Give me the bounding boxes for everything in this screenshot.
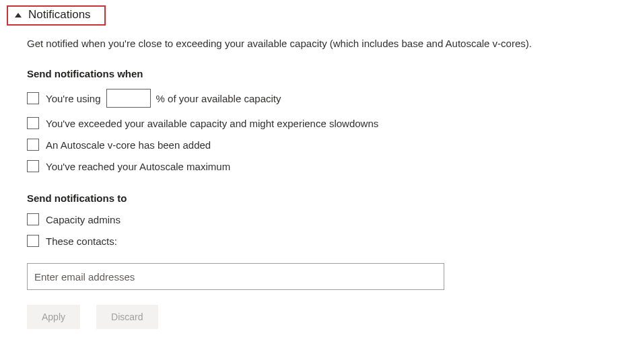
checkbox-exceeded[interactable] <box>27 117 39 129</box>
usage-percent-input[interactable] <box>106 89 151 108</box>
option-these-contacts-label: These contacts: <box>46 235 117 247</box>
option-autoscale-max-row: You've reached your Autoscale maximum <box>27 160 620 172</box>
checkbox-autoscale-added[interactable] <box>27 139 39 151</box>
notifications-section-header[interactable]: Notifications <box>7 5 106 26</box>
description-text: Get notified when you're close to exceed… <box>27 38 620 49</box>
checkbox-these-contacts[interactable] <box>27 235 39 247</box>
option-autoscale-max-label: You've reached your Autoscale maximum <box>46 161 230 172</box>
discard-button[interactable]: Discard <box>96 305 158 329</box>
checkbox-autoscale-max[interactable] <box>27 160 39 172</box>
apply-button[interactable]: Apply <box>27 305 80 329</box>
checkbox-capacity-admins[interactable] <box>27 213 39 225</box>
option-usage-row: You're using % of your available capacit… <box>27 89 620 108</box>
send-when-heading: Send notifications when <box>27 68 620 79</box>
send-to-heading: Send notifications to <box>27 192 620 204</box>
email-addresses-input[interactable] <box>27 263 444 290</box>
option-autoscale-added-row: An Autoscale v-core has been added <box>27 139 620 151</box>
caret-up-icon <box>15 13 22 17</box>
section-title: Notifications <box>28 8 91 22</box>
option-these-contacts-row: These contacts: <box>27 235 620 247</box>
notifications-content: Get notified when you're close to exceed… <box>0 38 620 329</box>
option-autoscale-added-label: An Autoscale v-core has been added <box>46 139 211 151</box>
option-capacity-admins-row: Capacity admins <box>27 213 620 225</box>
option-usage-label: You're using % of your available capacit… <box>46 89 281 108</box>
checkbox-usage[interactable] <box>27 92 39 104</box>
option-exceeded-row: You've exceeded your available capacity … <box>27 117 620 129</box>
send-to-block: Send notifications to Capacity admins Th… <box>27 192 620 305</box>
button-row: Apply Discard <box>27 305 620 329</box>
usage-prefix: You're using <box>46 93 101 104</box>
option-capacity-admins-label: Capacity admins <box>46 214 120 225</box>
usage-suffix: % of your available capacity <box>156 93 281 104</box>
option-exceeded-label: You've exceeded your available capacity … <box>46 118 378 129</box>
